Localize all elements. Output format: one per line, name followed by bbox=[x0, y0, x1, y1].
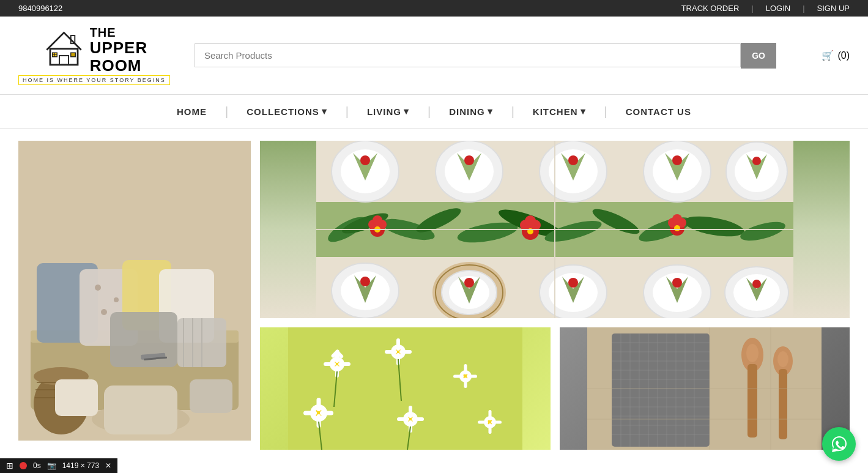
svg-rect-124 bbox=[464, 378, 467, 388]
search-input[interactable] bbox=[195, 43, 741, 67]
bottom-toolbar: ⊞ 0s 📷 868 × 473 ✕ bbox=[0, 458, 117, 462]
pillows-image bbox=[18, 141, 251, 441]
svg-rect-131 bbox=[303, 411, 317, 415]
daisy-svg bbox=[288, 327, 522, 450]
svg-rect-137 bbox=[397, 417, 409, 421]
whatsapp-button[interactable] bbox=[822, 427, 856, 461]
svg-rect-144 bbox=[491, 421, 502, 424]
svg-point-68 bbox=[464, 155, 474, 165]
svg-point-175 bbox=[746, 344, 759, 362]
svg-rect-123 bbox=[464, 364, 467, 374]
phone-number: 9840996122 bbox=[18, 4, 62, 13]
dining-chevron-icon: ▾ bbox=[488, 106, 493, 117]
svg-rect-142 bbox=[488, 423, 491, 434]
nav-collections[interactable]: COLLECTIONS ▾ bbox=[228, 95, 346, 128]
svg-point-72 bbox=[568, 155, 578, 165]
grid-icon: ⊞ bbox=[6, 461, 13, 462]
svg-point-103 bbox=[752, 280, 761, 288]
kitchen-chevron-icon: ▾ bbox=[581, 106, 586, 117]
bottom-row bbox=[260, 327, 850, 450]
svg-point-17 bbox=[95, 285, 101, 291]
svg-point-76 bbox=[672, 155, 682, 165]
camera-icon: 📷 bbox=[47, 461, 56, 462]
svg-rect-126 bbox=[467, 375, 477, 378]
svg-point-91 bbox=[464, 278, 474, 288]
svg-point-19 bbox=[101, 309, 107, 315]
svg-rect-150 bbox=[612, 333, 710, 447]
svg-point-59 bbox=[672, 214, 682, 224]
svg-rect-106 bbox=[288, 327, 522, 450]
svg-point-99 bbox=[672, 278, 682, 288]
collections-chevron-icon: ▾ bbox=[322, 106, 327, 117]
svg-point-176 bbox=[777, 351, 788, 367]
header: THE UPPER ROOM HOME IS WHERE YOUR STORY … bbox=[0, 17, 868, 94]
svg-point-64 bbox=[360, 155, 370, 165]
logo-text: THE UPPER ROOM bbox=[90, 26, 148, 74]
svg-rect-1 bbox=[59, 56, 69, 65]
svg-rect-29 bbox=[55, 379, 98, 416]
right-panel bbox=[260, 141, 850, 450]
svg-rect-112 bbox=[338, 362, 351, 366]
house-icon bbox=[41, 27, 87, 73]
svg-rect-30 bbox=[190, 379, 232, 413]
svg-point-49 bbox=[373, 215, 382, 225]
nav-dining[interactable]: DINING ▾ bbox=[431, 95, 511, 128]
nav-living[interactable]: LIVING ▾ bbox=[349, 95, 428, 128]
svg-rect-132 bbox=[320, 411, 333, 415]
main-content bbox=[0, 128, 868, 462]
svg-rect-120 bbox=[399, 350, 412, 354]
divider1: | bbox=[751, 4, 753, 13]
svg-point-60 bbox=[674, 225, 680, 231]
cart-count: (0) bbox=[837, 50, 850, 61]
svg-rect-174 bbox=[779, 369, 787, 439]
timer-display: 0s bbox=[33, 461, 41, 462]
svg-rect-3 bbox=[70, 53, 75, 57]
nav-contact[interactable]: CONTACT US bbox=[607, 95, 710, 128]
login-link[interactable]: LOGIN bbox=[766, 4, 790, 13]
pillows-svg bbox=[18, 141, 251, 441]
nav-home[interactable]: HOME bbox=[158, 95, 225, 128]
svg-rect-111 bbox=[324, 362, 336, 366]
close-icon[interactable]: ✕ bbox=[105, 461, 111, 462]
svg-point-84 bbox=[360, 277, 370, 286]
table-settings-image bbox=[260, 141, 850, 318]
main-nav: HOME | COLLECTIONS ▾ | LIVING ▾ | DINING… bbox=[0, 94, 868, 128]
top-bar: 9840996122 TRACK ORDER | LOGIN | SIGN UP bbox=[0, 0, 868, 17]
svg-rect-125 bbox=[453, 375, 464, 378]
svg-rect-135 bbox=[409, 406, 412, 418]
svg-rect-141 bbox=[488, 410, 491, 420]
dimensions-display: 868 × 473 bbox=[62, 461, 99, 462]
nav-kitchen[interactable]: KITCHEN ▾ bbox=[514, 95, 604, 128]
svg-point-18 bbox=[114, 297, 119, 302]
signup-link[interactable]: SIGN UP bbox=[817, 4, 850, 13]
whatsapp-icon bbox=[829, 434, 849, 454]
left-panel bbox=[18, 141, 251, 450]
divider2: | bbox=[803, 4, 804, 13]
towel-svg bbox=[587, 327, 822, 450]
svg-point-95 bbox=[568, 278, 578, 288]
search-button[interactable]: GO bbox=[741, 43, 776, 69]
svg-rect-129 bbox=[316, 398, 321, 411]
svg-rect-28 bbox=[104, 385, 177, 434]
logo-box: THE UPPER ROOM bbox=[41, 26, 148, 74]
cart-icon: 🛒 bbox=[822, 50, 834, 61]
table-svg bbox=[316, 141, 793, 318]
svg-rect-143 bbox=[478, 421, 488, 424]
svg-point-54 bbox=[525, 215, 536, 226]
logo-tagline: HOME IS WHERE YOUR STORY BEGINS bbox=[18, 75, 170, 85]
track-order-link[interactable]: TRACK ORDER bbox=[681, 4, 740, 13]
search-area: GO bbox=[195, 43, 776, 69]
logo-area[interactable]: THE UPPER ROOM HOME IS WHERE YOUR STORY … bbox=[18, 26, 170, 85]
living-chevron-icon: ▾ bbox=[404, 106, 409, 117]
svg-rect-138 bbox=[412, 417, 424, 421]
daisy-image bbox=[260, 327, 551, 450]
svg-rect-172 bbox=[747, 364, 757, 438]
svg-rect-119 bbox=[385, 350, 397, 354]
svg-point-80 bbox=[752, 157, 761, 165]
cart-area[interactable]: 🛒 (0) bbox=[801, 50, 850, 61]
svg-rect-117 bbox=[396, 338, 400, 351]
towel-image bbox=[560, 327, 850, 450]
